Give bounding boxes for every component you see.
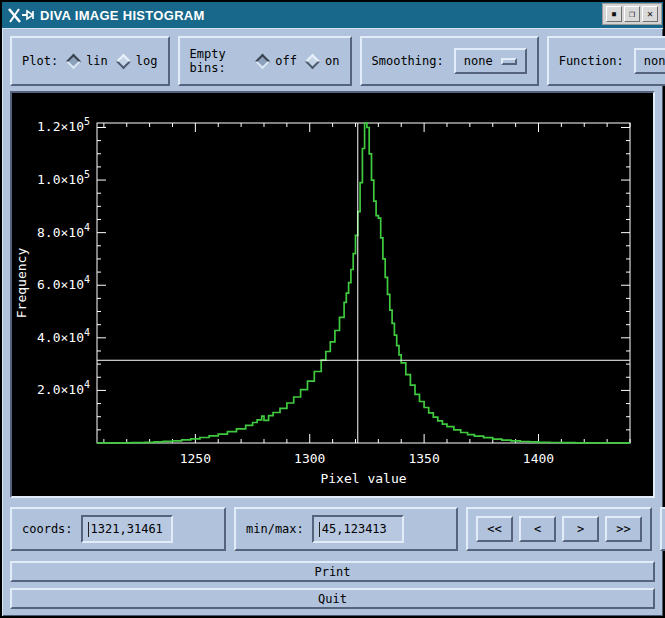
y-tick-label: 4.0×104 <box>37 327 90 345</box>
title-bar[interactable]: DIVA IMAGE HISTOGRAM <box>2 2 663 28</box>
plot-frame <box>97 123 630 443</box>
minimize-icon: ▪ <box>611 9 617 19</box>
y-axis-title: Frequency <box>14 248 29 319</box>
quit-button[interactable]: Quit <box>10 588 655 609</box>
coords-value: 1321,31461 <box>91 522 163 536</box>
window-title: DIVA IMAGE HISTOGRAM <box>40 8 205 23</box>
smoothing-dropdown[interactable]: none <box>454 48 527 74</box>
coords-label: coords: <box>22 522 73 536</box>
radio-diamond-icon[interactable] <box>66 53 82 69</box>
radio-off-label: off <box>275 54 297 68</box>
radio-diamond-icon[interactable] <box>305 53 321 69</box>
smoothing-value: none <box>464 54 493 68</box>
maximize-icon: ❐ <box>629 9 635 19</box>
histogram-line <box>97 123 630 443</box>
y-tick-label: 2.0×104 <box>37 379 90 397</box>
radio-on-label: on <box>325 54 339 68</box>
y-tick-label: 1.0×105 <box>37 169 90 187</box>
minimize-button[interactable]: ▪ <box>606 6 622 22</box>
print-button[interactable]: Print <box>10 561 655 582</box>
step-first-button[interactable]: << <box>476 516 513 542</box>
text-cursor-icon <box>319 522 320 537</box>
smoothing-group: Smoothing: none <box>360 36 539 86</box>
function-group: Function: none <box>547 36 665 86</box>
maximize-button[interactable]: ❐ <box>624 6 640 22</box>
x-tick-label: 1300 <box>294 451 325 466</box>
x-tick-label: 1400 <box>523 451 554 466</box>
histogram-chart[interactable]: 12501300135014002.0×1044.0×1046.0×1048.0… <box>12 93 657 496</box>
nav-buttons-group: << < > >> <box>466 507 652 551</box>
y-tick-label: 6.0×104 <box>37 274 90 292</box>
radio-diamond-icon[interactable] <box>116 53 132 69</box>
text-cursor-icon <box>88 522 89 537</box>
radio-on[interactable]: on <box>307 54 339 68</box>
radio-log[interactable]: log <box>118 54 158 68</box>
x-logo-icon <box>8 8 34 23</box>
radio-diamond-icon[interactable] <box>255 53 271 69</box>
plot-mode-group: Plot: lin log <box>10 36 170 86</box>
step-last-button[interactable]: >> <box>605 516 642 542</box>
close-button[interactable]: ✕ <box>642 6 658 22</box>
toolbar: Plot: lin log Empty bins: off o <box>10 36 655 86</box>
minmax-input[interactable]: 45,123413 <box>312 515 404 543</box>
x-tick-label: 1250 <box>180 451 211 466</box>
coords-group: coords: 1321,31461 <box>10 507 226 551</box>
minmax-group: min/max: 45,123413 <box>234 507 458 551</box>
option-menu-icon <box>501 58 517 65</box>
radio-off[interactable]: off <box>257 54 297 68</box>
histogram-plot-panel[interactable]: 12501300135014002.0×1044.0×1046.0×1048.0… <box>10 91 655 498</box>
coords-input[interactable]: 1321,31461 <box>81 515 173 543</box>
scale-buttons-group: x2 /2 <box>660 507 665 551</box>
x-tick-label: 1350 <box>408 451 439 466</box>
radio-lin-label: lin <box>86 54 108 68</box>
app-window: DIVA IMAGE HISTOGRAM ▪ ❐ ✕ Plot: lin log… <box>0 0 665 618</box>
bottom-controls: coords: 1321,31461 min/max: 45,123413 <<… <box>10 506 655 552</box>
y-tick-label: 1.2×105 <box>37 116 90 134</box>
function-value: none <box>644 54 665 68</box>
radio-lin[interactable]: lin <box>68 54 108 68</box>
plot-mode-label: Plot: <box>22 54 58 68</box>
minmax-label: min/max: <box>246 522 304 536</box>
smoothing-label: Smoothing: <box>372 54 444 68</box>
step-forward-button[interactable]: > <box>562 516 599 542</box>
step-back-button[interactable]: < <box>519 516 556 542</box>
function-label: Function: <box>559 54 624 68</box>
titlebar-buttons: ▪ ❐ ✕ <box>602 3 662 25</box>
window-body: Plot: lin log Empty bins: off o <box>2 28 663 616</box>
function-dropdown[interactable]: none <box>634 48 665 74</box>
close-icon: ✕ <box>647 9 653 19</box>
empty-bins-group: Empty bins: off on <box>178 36 352 86</box>
empty-bins-label: Empty bins: <box>190 47 248 75</box>
x-axis-title: Pixel value <box>320 471 406 486</box>
minmax-value: 45,123413 <box>322 522 387 536</box>
y-tick-label: 8.0×104 <box>37 222 90 240</box>
radio-log-label: log <box>136 54 158 68</box>
